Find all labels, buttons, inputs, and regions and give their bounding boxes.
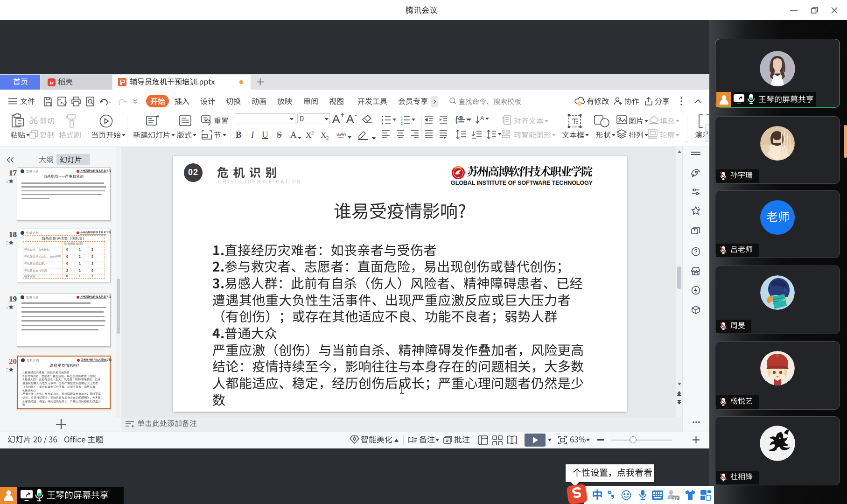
svg-text:B: B [236, 130, 242, 140]
svg-text:A: A [290, 130, 297, 140]
svg-text:X: X [321, 131, 326, 140]
svg-text:wén: wén [336, 132, 346, 137]
svg-text:AB: AB [455, 115, 463, 122]
svg-text:I: I [251, 130, 255, 140]
svg-text:X: X [306, 131, 311, 140]
svg-text:27: 27 [673, 496, 678, 501]
svg-text:2: 2 [326, 135, 329, 140]
svg-text:U: U [262, 130, 268, 140]
svg-text:2: 2 [401, 119, 403, 122]
svg-text:A: A [480, 115, 484, 121]
svg-text:1: 1 [401, 115, 403, 119]
svg-text:2: 2 [311, 130, 314, 135]
svg-text:S: S [277, 130, 282, 140]
svg-text:3: 3 [401, 122, 403, 125]
